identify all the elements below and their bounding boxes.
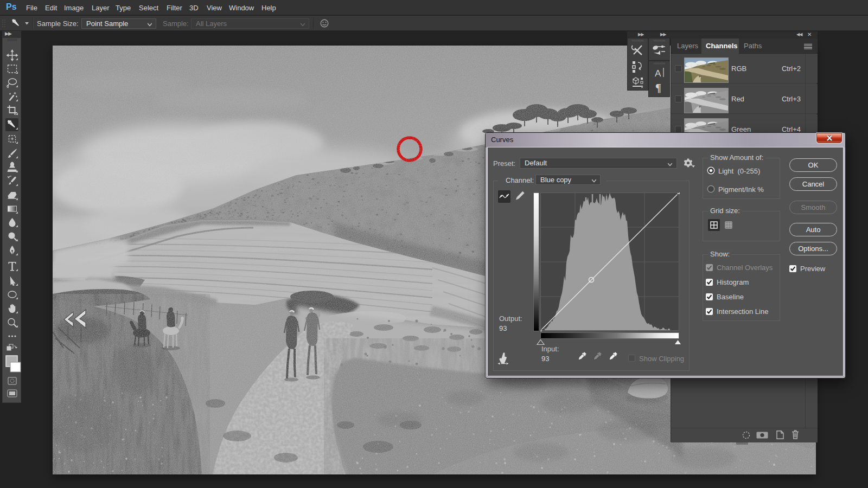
svg-text:¶: ¶ [655,82,661,94]
svg-text:A: A [655,68,661,79]
